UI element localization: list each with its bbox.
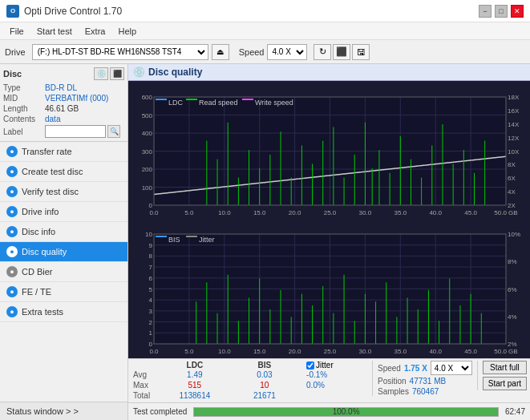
toolbar-icon-3[interactable]: 🖫 xyxy=(352,44,370,60)
start-full-button[interactable]: Start full xyxy=(483,361,527,374)
verify-test-disc-icon: ● xyxy=(6,186,18,197)
close-button[interactable]: ✕ xyxy=(511,5,524,18)
extra-tests-icon: ● xyxy=(6,306,18,317)
title-bar: O Opti Drive Control 1.70 − □ ✕ xyxy=(0,0,530,22)
position-row: Position 47731 MB xyxy=(378,377,472,386)
eject-button[interactable]: ⏏ xyxy=(212,44,229,60)
jitter-header: Jitter xyxy=(303,361,367,370)
create-test-disc-icon: ● xyxy=(6,166,18,177)
drive-info-icon: ● xyxy=(6,206,18,217)
disc-icon-1[interactable]: 💿 xyxy=(94,67,108,80)
sidebar-item-create-test-disc[interactable]: ● Create test disc xyxy=(0,162,127,182)
speed-select[interactable]: 4.0 X xyxy=(267,44,307,60)
samples-label: Samples xyxy=(378,387,409,396)
disc-type-row: Type BD-R DL xyxy=(3,83,124,92)
speed-stat-select[interactable]: 4.0 X xyxy=(431,361,472,375)
disc-length-row: Length 46.61 GB xyxy=(3,104,124,113)
speed-position-area: Speed 1.75 X 4.0 X Position 47731 MB Sam… xyxy=(372,361,472,396)
drive-toolbar: Drive (F:) HL-DT-ST BD-RE WH16NS58 TST4 … xyxy=(0,40,530,64)
menu-file[interactable]: File xyxy=(3,25,30,38)
disc-mid-row: MID VERBATIMf (000) xyxy=(3,94,124,103)
disc-info-icon: ● xyxy=(6,226,18,237)
sidebar: Disc 💿 ⬛ Type BD-R DL MID VERBATIMf (000… xyxy=(0,64,128,420)
disc-label-input[interactable] xyxy=(45,125,106,138)
disc-contents-label: Contents xyxy=(3,115,45,123)
samples-value: 760467 xyxy=(412,387,439,396)
status-window-label: Status window > > xyxy=(6,406,79,416)
position-label: Position xyxy=(378,377,407,386)
sidebar-item-drive-info-label: Drive info xyxy=(22,207,59,216)
max-label: Max xyxy=(131,380,156,390)
menu-help[interactable]: Help xyxy=(111,25,143,38)
sidebar-item-disc-info[interactable]: ● Disc info xyxy=(0,222,127,242)
sidebar-item-disc-info-label: Disc info xyxy=(22,227,55,236)
ldc-avg: 1.49 xyxy=(156,370,234,380)
jitter-checkbox[interactable] xyxy=(306,361,314,370)
bis-header: BIS xyxy=(234,361,295,370)
menu-start-test[interactable]: Start test xyxy=(30,25,79,38)
bis-avg: 0.03 xyxy=(234,370,295,380)
sidebar-item-cd-bier[interactable]: ● CD Bier xyxy=(0,262,127,282)
bis-total: 21671 xyxy=(234,390,295,401)
sidebar-item-disc-quality-label: Disc quality xyxy=(22,247,67,256)
disc-quality-icon: ● xyxy=(6,246,18,257)
content-header: 💿 Disc quality xyxy=(128,64,530,81)
sidebar-item-fe-te[interactable]: ● FE / TE xyxy=(0,282,127,302)
sidebar-item-verify-test-disc-label: Verify test disc xyxy=(22,187,79,196)
disc-icon-area: 💿 ⬛ xyxy=(94,67,124,80)
toolbar-icon-1[interactable]: ↻ xyxy=(314,44,331,60)
progress-percent: 100.0% xyxy=(194,408,498,416)
jitter-max: 0.0% xyxy=(303,380,367,390)
sidebar-item-transfer-rate[interactable]: ● Transfer rate xyxy=(0,142,127,162)
drive-label: Drive xyxy=(5,47,26,57)
menu-extra[interactable]: Extra xyxy=(79,25,112,38)
jitter-avg: -0.1% xyxy=(303,370,367,380)
toolbar-icon-2[interactable]: ⬛ xyxy=(333,44,350,60)
speed-label: Speed xyxy=(239,47,265,57)
disc-mid-value: VERBATIMf (000) xyxy=(45,94,108,103)
status-text: Test completed xyxy=(133,407,187,416)
label-search-button[interactable]: 🔍 xyxy=(107,125,120,138)
start-part-button[interactable]: Start part xyxy=(483,377,527,390)
disc-section-title: Disc xyxy=(3,69,22,79)
stats-table: LDC BIS Jitter Avg 1.49 0.03 -0.1% xyxy=(131,361,367,401)
sidebar-item-disc-quality[interactable]: ● Disc quality xyxy=(0,242,127,262)
ldc-max: 515 xyxy=(156,380,234,390)
start-buttons-area: Start full Start part xyxy=(477,361,527,390)
jitter-label: Jitter xyxy=(316,361,334,370)
sidebar-item-fe-te-label: FE / TE xyxy=(22,287,51,297)
disc-quality-header-icon: 💿 xyxy=(133,67,145,78)
drive-select[interactable]: (F:) HL-DT-ST BD-RE WH16NS58 TST4 xyxy=(32,44,208,60)
main-layout: Disc 💿 ⬛ Type BD-R DL MID VERBATIMf (000… xyxy=(0,64,530,420)
transfer-rate-icon: ● xyxy=(6,146,18,157)
sidebar-item-extra-tests-label: Extra tests xyxy=(22,307,63,317)
ldc-total: 1138614 xyxy=(156,390,234,401)
content-area: 💿 Disc quality LDC BIS Jitter xyxy=(128,64,530,420)
ldc-header: LDC xyxy=(156,361,234,370)
stats-area: LDC BIS Jitter Avg 1.49 0.03 -0.1% xyxy=(128,358,530,402)
sidebar-item-cd-bier-label: CD Bier xyxy=(22,267,53,277)
disc-section: Disc 💿 ⬛ Type BD-R DL MID VERBATIMf (000… xyxy=(0,64,127,142)
app-title: Opti Drive Control 1.70 xyxy=(24,6,122,17)
disc-contents-row: Contents data xyxy=(3,115,124,123)
content-title: Disc quality xyxy=(148,67,202,78)
maximize-button[interactable]: □ xyxy=(495,5,508,18)
sidebar-item-verify-test-disc[interactable]: ● Verify test disc xyxy=(0,182,127,202)
fe-te-icon: ● xyxy=(6,286,18,297)
disc-mid-label: MID xyxy=(3,94,45,103)
upper-chart xyxy=(128,81,530,220)
disc-type-label: Type xyxy=(3,83,45,92)
status-window-button[interactable]: Status window > > xyxy=(0,402,127,420)
menu-bar: File Start test Extra Help xyxy=(0,22,530,40)
progress-bar-container: Test completed 100.0% 62:47 xyxy=(128,402,530,420)
disc-icon-2[interactable]: ⬛ xyxy=(110,67,124,80)
minimize-button[interactable]: − xyxy=(479,5,492,18)
cd-bier-icon: ● xyxy=(6,266,18,277)
app-logo: O xyxy=(6,5,19,18)
speed-stat-label: Speed xyxy=(378,364,401,373)
sidebar-item-drive-info[interactable]: ● Drive info xyxy=(0,202,127,222)
sidebar-item-create-test-disc-label: Create test disc xyxy=(22,167,83,176)
disc-header: Disc 💿 ⬛ xyxy=(3,67,124,80)
sidebar-item-extra-tests[interactable]: ● Extra tests xyxy=(0,302,127,322)
toolbar-icons: ↻ ⬛ 🖫 xyxy=(314,44,370,60)
